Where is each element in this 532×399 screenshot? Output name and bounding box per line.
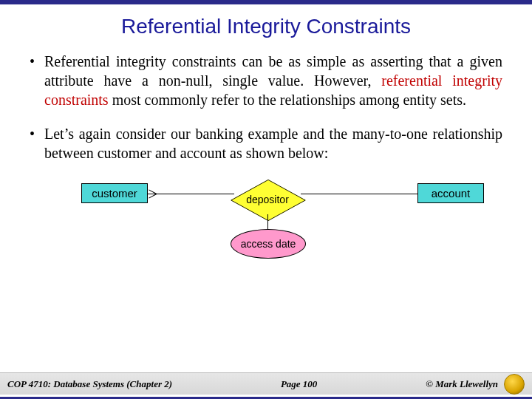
footer-page: Page 100 xyxy=(172,378,426,390)
footer-copyright: © Mark Llewellyn xyxy=(426,378,498,390)
ucf-logo-icon xyxy=(504,374,525,395)
slide-title: Referential Integrity Constraints xyxy=(0,15,532,38)
bullet-dot: • xyxy=(30,52,44,109)
entity-customer: customer xyxy=(81,183,148,203)
connector-line-vertical xyxy=(267,214,268,231)
bullet-text: Referential integrity constraints can be… xyxy=(44,52,502,109)
slide: Referential Integrity Constraints • Refe… xyxy=(0,0,532,399)
bullet-text: Let’s again consider our banking example… xyxy=(44,124,502,163)
relationship-depositor: depositor xyxy=(231,183,304,216)
connector-line xyxy=(301,194,417,194)
er-diagram: customer depositor account access date xyxy=(30,177,502,266)
attribute-access-date: access date xyxy=(231,229,306,259)
bullet-dot: • xyxy=(30,124,44,163)
footer: COP 4710: Database Systems (Chapter 2) P… xyxy=(0,372,532,395)
bullet-text-post: most commonly refer to the relationships… xyxy=(109,92,466,108)
relationship-label: depositor xyxy=(231,183,304,216)
slide-body: • Referential integrity constraints can … xyxy=(0,52,532,266)
entity-account: account xyxy=(417,183,484,203)
bullet-text-pre: Let’s again consider our banking example… xyxy=(44,126,502,161)
connector-line xyxy=(148,194,234,194)
bullet-item: • Let’s again consider our banking examp… xyxy=(30,124,502,163)
bullet-item: • Referential integrity constraints can … xyxy=(30,52,502,109)
footer-left: COP 4710: Database Systems (Chapter 2) xyxy=(7,378,172,390)
